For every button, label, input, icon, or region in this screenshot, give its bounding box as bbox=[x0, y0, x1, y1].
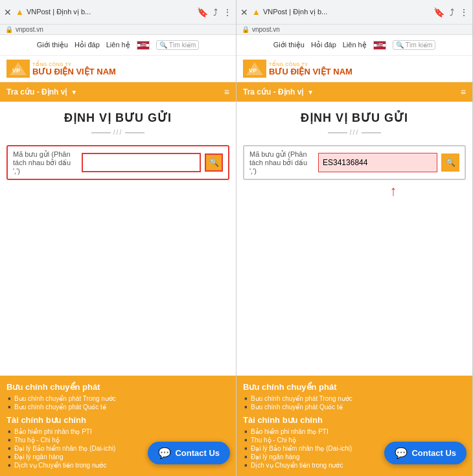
right-panel: ✕ ▲ VNPost | Định vị b... 🔖 ⤴ ⋮ 🔒 vnpost… bbox=[236, 0, 473, 476]
contact-us-label-right: Contact Us bbox=[411, 448, 456, 458]
tracking-input-left[interactable] bbox=[82, 153, 201, 172]
tab-title-left: VNPost | Định vị b... bbox=[27, 8, 194, 16]
yellow-strip-right[interactable]: Tra cứu - Định vị ▼ ≡ bbox=[236, 82, 472, 102]
footer-section1-title-right: Bưu chính chuyển phát bbox=[243, 382, 466, 392]
left-panel: ✕ ▲ VNPost | Định vị b... 🔖 ⤴ ⋮ 🔒 vnpost… bbox=[0, 0, 236, 476]
strip-icon-left: ≡ bbox=[224, 87, 229, 97]
eagle-icon-right: VP bbox=[243, 60, 266, 78]
main-content-right: ĐỊNH VỊ BƯU GỬI /// Mã bưu gửi (Phân tác… bbox=[236, 102, 472, 376]
search-form-left: Mã bưu gửi (Phân tách nhau bởi dấu ',') … bbox=[6, 145, 229, 180]
close-icon-right[interactable]: ✕ bbox=[240, 7, 248, 17]
footer-item-2-right[interactable]: Bưu chính chuyển phát Quốc tế bbox=[243, 403, 466, 411]
nav-item-lienhe-right[interactable]: Liên hệ bbox=[343, 41, 367, 49]
footer-item-2-left[interactable]: Bưu chính chuyển phát Quốc tế bbox=[6, 403, 229, 411]
form-label-left: Mã bưu gửi (Phân tách nhau bởi dấu ',') bbox=[13, 150, 78, 175]
logo-right[interactable]: VP TỔNG CÔNG TY BƯU ĐIỆN VIỆT NAM bbox=[243, 60, 352, 78]
bookmark-icon-right[interactable]: 🔖 bbox=[433, 7, 444, 17]
footer-section2-title-right: Tài chính bưu chính bbox=[243, 415, 466, 425]
strip-label-left: Tra cứu - Định vị bbox=[6, 87, 67, 96]
nav-bar-left: Giới thiệu Hỏi đáp Liên hệ 🇺🇸 🔍 Tìm kiếm bbox=[0, 35, 236, 56]
share-icon[interactable]: ⤴ bbox=[213, 7, 218, 17]
page-title-right: ĐỊNH VỊ BƯU GỬI bbox=[301, 111, 408, 125]
logo-main-left: BƯU ĐIỆN VIỆT NAM bbox=[32, 67, 116, 76]
eagle-icon-left: VP bbox=[6, 60, 30, 78]
url-bar-left: 🔒 vnpost.vn bbox=[0, 25, 236, 35]
more-icon-right[interactable]: ⋮ bbox=[459, 7, 468, 17]
tracking-input-right[interactable] bbox=[318, 153, 437, 172]
share-icon-right[interactable]: ⤴ bbox=[450, 7, 454, 17]
chat-icon-right: 💬 bbox=[395, 447, 408, 459]
nav-item-hoidap-right[interactable]: Hỏi đáp bbox=[311, 41, 336, 49]
contact-us-label-left: Contact Us bbox=[175, 448, 220, 458]
nav-item-gioithieu-left[interactable]: Giới thiệu bbox=[37, 41, 68, 49]
contact-us-button-left[interactable]: 💬 Contact Us bbox=[148, 442, 230, 464]
yellow-strip-left[interactable]: Tra cứu - Định vị ▼ ≡ bbox=[0, 82, 236, 102]
bookmark-icon[interactable]: 🔖 bbox=[197, 7, 208, 17]
site-header-left: VP TỔNG CÔNG TY BƯU ĐIỆN VIỆT NAM bbox=[0, 56, 236, 82]
logo-text-right: TỔNG CÔNG TY BƯU ĐIỆN VIỆT NAM bbox=[269, 62, 352, 76]
chat-icon-left: 💬 bbox=[158, 447, 171, 459]
svg-text:VP: VP bbox=[249, 67, 257, 74]
browser-icons-right: 🔖 ⤴ ⋮ bbox=[433, 7, 468, 17]
browser-icons-left: 🔖 ⤴ ⋮ bbox=[197, 7, 232, 17]
lock-icon: 🔒 bbox=[5, 26, 13, 33]
search-form-right: Mã bưu gửi (Phân tách nhau bởi dấu ',') … bbox=[243, 145, 466, 180]
logo-main-right: BƯU ĐIỆN VIỆT NAM bbox=[269, 67, 352, 76]
contact-us-button-right[interactable]: 💬 Contact Us bbox=[384, 442, 467, 464]
divider-line2-right bbox=[362, 132, 381, 133]
lock-icon-right: 🔒 bbox=[242, 26, 249, 33]
search-btn-icon-left: 🔍 bbox=[209, 158, 219, 167]
dropdown-arrow-right: ▼ bbox=[307, 89, 314, 96]
url-bar-right: 🔒 vnpost.vn bbox=[236, 25, 472, 35]
divider-right: /// bbox=[328, 129, 381, 136]
footer-item-3-right[interactable]: Bảo hiểm phi nhân thọ PTI bbox=[243, 427, 466, 436]
browser-bar-left: ✕ ▲ VNPost | Định vị b... 🔖 ⤴ ⋮ bbox=[0, 0, 236, 25]
search-label-right: Tìm kiếm bbox=[406, 41, 433, 49]
divider-dots-right: /// bbox=[350, 129, 359, 136]
page-title-left: ĐỊNH VỊ BƯU GỬI bbox=[64, 111, 172, 125]
tab-title-right: VNPost | Định vị b... bbox=[263, 8, 431, 16]
arrow-container-right: ↑ bbox=[243, 180, 466, 202]
logo-left[interactable]: VP TỔNG CÔNG TY BƯU ĐIỆN VIỆT NAM bbox=[6, 60, 116, 78]
flag-icon-right[interactable]: 🇺🇸 bbox=[373, 41, 386, 50]
search-button-left[interactable]: 🔍 bbox=[205, 153, 223, 172]
search-btn-icon-right: 🔍 bbox=[446, 158, 456, 167]
divider-dots-left: /// bbox=[113, 129, 122, 136]
strip-label-right: Tra cứu - Định vị bbox=[243, 87, 303, 96]
close-icon[interactable]: ✕ bbox=[4, 7, 12, 17]
left-browser-panel: ✕ ▲ VNPost | Định vị b... 🔖 ⤴ ⋮ 🔒 vnpost… bbox=[0, 0, 236, 476]
nav-item-lienhe-left[interactable]: Liên hệ bbox=[106, 41, 130, 49]
logo-text-left: TỔNG CÔNG TY BƯU ĐIỆN VIỆT NAM bbox=[32, 62, 116, 76]
footer-item-1-left[interactable]: Bưu chính chuyển phát Trong nước bbox=[6, 394, 229, 403]
red-arrow-right: ↑ bbox=[390, 183, 397, 199]
right-browser-panel: ✕ ▲ VNPost | Định vị b... 🔖 ⤴ ⋮ 🔒 vnpost… bbox=[236, 0, 473, 476]
warning-icon-right: ▲ bbox=[252, 7, 260, 17]
divider-line-right bbox=[328, 132, 347, 133]
divider-line2-left bbox=[125, 132, 144, 133]
flag-icon-left[interactable]: 🇺🇸 bbox=[137, 41, 150, 50]
form-label-right: Mã bưu gửi (Phân tách nhau bởi dấu ',') bbox=[249, 150, 314, 175]
browser-bar-right: ✕ ▲ VNPost | Định vị b... 🔖 ⤴ ⋮ bbox=[236, 0, 472, 25]
search-box-left[interactable]: 🔍 Tìm kiếm bbox=[156, 40, 200, 50]
divider-left: /// bbox=[91, 129, 144, 136]
footer-item-1-right[interactable]: Bưu chính chuyển phát Trong nước bbox=[243, 394, 466, 403]
nav-item-gioithieu-right[interactable]: Giới thiệu bbox=[273, 41, 305, 49]
strip-icon-right: ≡ bbox=[461, 87, 466, 97]
svg-text:VP: VP bbox=[12, 67, 20, 74]
site-header-right: VP TỔNG CÔNG TY BƯU ĐIỆN VIỆT NAM bbox=[236, 56, 472, 82]
footer-section1-title-left: Bưu chính chuyển phát bbox=[6, 382, 229, 392]
nav-bar-right: Giới thiệu Hỏi đáp Liên hệ 🇺🇸 🔍 Tìm kiếm bbox=[236, 35, 472, 56]
url-text-left: vnpost.vn bbox=[16, 26, 43, 33]
url-text-right: vnpost.vn bbox=[252, 26, 280, 33]
more-icon[interactable]: ⋮ bbox=[223, 7, 232, 17]
search-icon-left: 🔍 bbox=[159, 41, 167, 49]
search-box-right[interactable]: 🔍 Tìm kiếm bbox=[393, 40, 436, 50]
warning-icon: ▲ bbox=[16, 7, 24, 17]
search-label-left: Tìm kiếm bbox=[169, 41, 196, 49]
divider-line-left bbox=[91, 132, 111, 133]
footer-item-3-left[interactable]: Bảo hiểm phi nhân thọ PTI bbox=[6, 427, 229, 436]
dropdown-arrow-left: ▼ bbox=[71, 89, 77, 96]
nav-item-hoidap-left[interactable]: Hỏi đáp bbox=[75, 41, 100, 49]
search-button-right[interactable]: 🔍 bbox=[441, 153, 459, 172]
footer-section2-title-left: Tài chính bưu chính bbox=[6, 415, 229, 425]
